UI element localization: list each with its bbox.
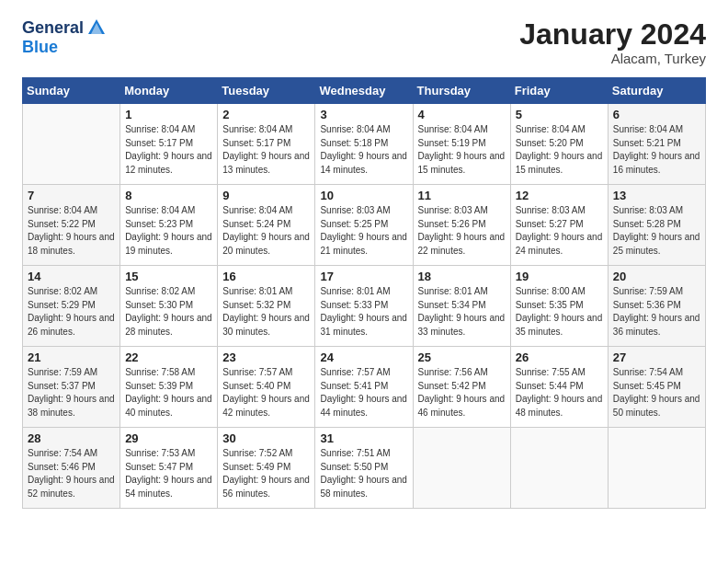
day-number: 14 bbox=[28, 270, 115, 283]
table-row: 31Sunrise: 7:51 AMSunset: 5:50 PMDayligh… bbox=[315, 428, 413, 509]
page: General Blue January 2024 Alacam, Turkey… bbox=[0, 0, 728, 563]
table-row: 18Sunrise: 8:01 AMSunset: 5:34 PMDayligh… bbox=[413, 266, 510, 347]
table-row: 23Sunrise: 7:57 AMSunset: 5:40 PMDayligh… bbox=[218, 347, 315, 428]
day-number: 8 bbox=[125, 189, 212, 202]
day-number: 18 bbox=[418, 270, 506, 283]
day-info: Sunrise: 7:54 AMSunset: 5:46 PMDaylight:… bbox=[28, 447, 115, 500]
day-info: Sunrise: 8:04 AMSunset: 5:19 PMDaylight:… bbox=[418, 123, 506, 177]
month-title: January 2024 bbox=[519, 18, 706, 51]
table-row: 29Sunrise: 7:53 AMSunset: 5:47 PMDayligh… bbox=[120, 428, 218, 509]
day-info: Sunrise: 7:52 AMSunset: 5:49 PMDaylight:… bbox=[222, 447, 310, 500]
table-row: 7Sunrise: 8:04 AMSunset: 5:22 PMDaylight… bbox=[23, 185, 120, 266]
day-info: Sunrise: 8:01 AMSunset: 5:33 PMDaylight:… bbox=[320, 285, 407, 339]
day-number: 28 bbox=[28, 431, 115, 445]
calendar-week-row: 21Sunrise: 7:59 AMSunset: 5:37 PMDayligh… bbox=[23, 347, 706, 428]
table-row: 11Sunrise: 8:03 AMSunset: 5:26 PMDayligh… bbox=[413, 185, 510, 266]
table-row: 27Sunrise: 7:54 AMSunset: 5:45 PMDayligh… bbox=[608, 347, 705, 428]
table-row: 19Sunrise: 8:00 AMSunset: 5:35 PMDayligh… bbox=[510, 266, 608, 347]
table-row: 14Sunrise: 8:02 AMSunset: 5:29 PMDayligh… bbox=[23, 266, 120, 347]
day-info: Sunrise: 8:03 AMSunset: 5:25 PMDaylight:… bbox=[320, 204, 407, 258]
location-subtitle: Alacam, Turkey bbox=[519, 51, 706, 66]
table-row bbox=[23, 104, 120, 185]
day-info: Sunrise: 8:04 AMSunset: 5:22 PMDaylight:… bbox=[28, 204, 115, 258]
table-row: 28Sunrise: 7:54 AMSunset: 5:46 PMDayligh… bbox=[23, 428, 120, 509]
col-sunday: Sunday bbox=[23, 78, 120, 104]
col-friday: Friday bbox=[510, 78, 608, 104]
day-number: 6 bbox=[613, 108, 700, 121]
day-info: Sunrise: 8:02 AMSunset: 5:29 PMDaylight:… bbox=[28, 285, 115, 339]
day-number: 12 bbox=[516, 189, 603, 202]
day-info: Sunrise: 7:56 AMSunset: 5:42 PMDaylight:… bbox=[418, 366, 506, 419]
day-number: 31 bbox=[320, 431, 407, 445]
calendar-body: 1Sunrise: 8:04 AMSunset: 5:17 PMDaylight… bbox=[23, 104, 706, 509]
day-info: Sunrise: 7:58 AMSunset: 5:39 PMDaylight:… bbox=[125, 366, 212, 419]
day-info: Sunrise: 8:04 AMSunset: 5:21 PMDaylight:… bbox=[613, 123, 700, 177]
day-info: Sunrise: 8:04 AMSunset: 5:23 PMDaylight:… bbox=[125, 204, 212, 258]
calendar-week-row: 1Sunrise: 8:04 AMSunset: 5:17 PMDaylight… bbox=[23, 104, 706, 185]
table-row: 20Sunrise: 7:59 AMSunset: 5:36 PMDayligh… bbox=[608, 266, 705, 347]
col-wednesday: Wednesday bbox=[315, 78, 413, 104]
day-number: 23 bbox=[222, 350, 310, 364]
day-number: 10 bbox=[320, 189, 407, 202]
day-info: Sunrise: 8:03 AMSunset: 5:26 PMDaylight:… bbox=[418, 204, 506, 258]
table-row: 30Sunrise: 7:52 AMSunset: 5:49 PMDayligh… bbox=[218, 428, 315, 509]
day-number: 17 bbox=[320, 270, 407, 283]
day-number: 30 bbox=[222, 431, 310, 445]
day-number: 11 bbox=[418, 189, 506, 202]
col-tuesday: Tuesday bbox=[218, 78, 315, 104]
day-number: 19 bbox=[516, 270, 603, 283]
table-row bbox=[510, 428, 608, 509]
logo-general-text: General bbox=[22, 18, 84, 38]
table-row: 17Sunrise: 8:01 AMSunset: 5:33 PMDayligh… bbox=[315, 266, 413, 347]
day-number: 25 bbox=[418, 350, 506, 364]
day-info: Sunrise: 8:04 AMSunset: 5:20 PMDaylight:… bbox=[516, 123, 603, 177]
day-number: 21 bbox=[28, 350, 115, 364]
day-info: Sunrise: 8:04 AMSunset: 5:18 PMDaylight:… bbox=[320, 123, 407, 177]
col-thursday: Thursday bbox=[413, 78, 510, 104]
day-number: 27 bbox=[613, 350, 700, 364]
day-number: 7 bbox=[28, 189, 115, 202]
day-info: Sunrise: 7:59 AMSunset: 5:36 PMDaylight:… bbox=[613, 285, 700, 339]
day-info: Sunrise: 8:01 AMSunset: 5:34 PMDaylight:… bbox=[418, 285, 506, 339]
table-row bbox=[413, 428, 510, 509]
table-row: 5Sunrise: 8:04 AMSunset: 5:20 PMDaylight… bbox=[510, 104, 608, 185]
table-row: 8Sunrise: 8:04 AMSunset: 5:23 PMDaylight… bbox=[120, 185, 218, 266]
table-row: 10Sunrise: 8:03 AMSunset: 5:25 PMDayligh… bbox=[315, 185, 413, 266]
calendar-week-row: 14Sunrise: 8:02 AMSunset: 5:29 PMDayligh… bbox=[23, 266, 706, 347]
logo-icon bbox=[86, 17, 107, 38]
day-info: Sunrise: 7:54 AMSunset: 5:45 PMDaylight:… bbox=[613, 366, 700, 419]
table-row: 1Sunrise: 8:04 AMSunset: 5:17 PMDaylight… bbox=[120, 104, 218, 185]
table-row: 24Sunrise: 7:57 AMSunset: 5:41 PMDayligh… bbox=[315, 347, 413, 428]
logo-blue-text: Blue bbox=[22, 38, 58, 57]
day-number: 2 bbox=[222, 108, 310, 121]
day-number: 16 bbox=[222, 270, 310, 283]
day-number: 15 bbox=[125, 270, 212, 283]
day-number: 3 bbox=[320, 108, 407, 121]
day-number: 13 bbox=[613, 189, 700, 202]
calendar-week-row: 28Sunrise: 7:54 AMSunset: 5:46 PMDayligh… bbox=[23, 428, 706, 509]
logo: General Blue bbox=[22, 18, 107, 57]
day-number: 5 bbox=[516, 108, 603, 121]
calendar-week-row: 7Sunrise: 8:04 AMSunset: 5:22 PMDaylight… bbox=[23, 185, 706, 266]
day-info: Sunrise: 7:57 AMSunset: 5:41 PMDaylight:… bbox=[320, 366, 407, 419]
day-number: 20 bbox=[613, 270, 700, 283]
day-info: Sunrise: 7:59 AMSunset: 5:37 PMDaylight:… bbox=[28, 366, 115, 419]
calendar-table: Sunday Monday Tuesday Wednesday Thursday… bbox=[22, 77, 706, 509]
table-row: 12Sunrise: 8:03 AMSunset: 5:27 PMDayligh… bbox=[510, 185, 608, 266]
day-number: 4 bbox=[418, 108, 506, 121]
day-number: 29 bbox=[125, 431, 212, 445]
day-number: 24 bbox=[320, 350, 407, 364]
table-row: 21Sunrise: 7:59 AMSunset: 5:37 PMDayligh… bbox=[23, 347, 120, 428]
day-info: Sunrise: 8:03 AMSunset: 5:28 PMDaylight:… bbox=[613, 204, 700, 258]
day-info: Sunrise: 8:01 AMSunset: 5:32 PMDaylight:… bbox=[222, 285, 310, 339]
header: General Blue January 2024 Alacam, Turkey bbox=[22, 18, 706, 66]
day-info: Sunrise: 8:04 AMSunset: 5:24 PMDaylight:… bbox=[222, 204, 310, 258]
day-info: Sunrise: 7:55 AMSunset: 5:44 PMDaylight:… bbox=[516, 366, 603, 419]
table-row: 25Sunrise: 7:56 AMSunset: 5:42 PMDayligh… bbox=[413, 347, 510, 428]
title-block: January 2024 Alacam, Turkey bbox=[519, 18, 706, 66]
table-row: 4Sunrise: 8:04 AMSunset: 5:19 PMDaylight… bbox=[413, 104, 510, 185]
day-info: Sunrise: 7:57 AMSunset: 5:40 PMDaylight:… bbox=[222, 366, 310, 419]
table-row: 16Sunrise: 8:01 AMSunset: 5:32 PMDayligh… bbox=[218, 266, 315, 347]
calendar-header-row: Sunday Monday Tuesday Wednesday Thursday… bbox=[23, 78, 706, 104]
day-info: Sunrise: 8:03 AMSunset: 5:27 PMDaylight:… bbox=[516, 204, 603, 258]
